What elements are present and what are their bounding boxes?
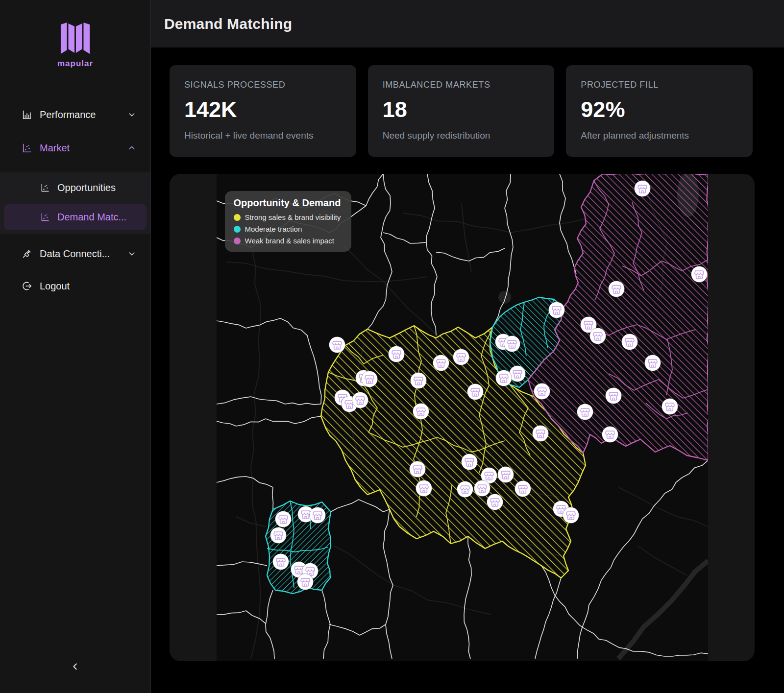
logo-text: mapular <box>0 59 150 69</box>
store-marker[interactable] <box>602 427 618 443</box>
stat-value: 18 <box>383 97 540 122</box>
sidebar-collapse-button[interactable] <box>69 660 82 673</box>
sidebar: mapular Performance Market <box>0 0 151 693</box>
store-marker[interactable] <box>409 461 425 478</box>
stat-subtitle: Need supply redistribution <box>383 130 540 141</box>
terrain-patch <box>498 291 511 304</box>
chevron-left-icon <box>70 661 81 672</box>
store-marker[interactable] <box>467 384 483 400</box>
stat-subtitle: Historical + live demand events <box>184 130 342 141</box>
store-marker[interactable] <box>514 481 531 497</box>
mapular-logo-icon <box>57 23 94 56</box>
stat-card-projected-fill: PROJECTED FILL 92% After planned adjustm… <box>566 65 753 157</box>
store-marker[interactable] <box>563 507 579 524</box>
store-marker[interactable] <box>605 388 621 404</box>
river <box>618 561 708 659</box>
store-marker[interactable] <box>691 266 707 283</box>
legend-dot-magenta <box>234 238 241 244</box>
store-marker[interactable] <box>433 355 449 371</box>
store-marker[interactable] <box>388 346 404 362</box>
chevron-up-icon <box>128 144 136 152</box>
store-marker[interactable] <box>461 454 477 470</box>
sidebar-nav: Performance Market <box>0 103 150 298</box>
store-marker[interactable] <box>608 281 624 297</box>
chevron-down-icon <box>128 250 136 258</box>
store-marker[interactable] <box>410 373 426 389</box>
sidebar-item-label: Data Connecti... <box>40 248 110 260</box>
sidebar-item-market[interactable]: Market <box>0 136 150 160</box>
store-marker[interactable] <box>272 554 289 570</box>
map[interactable]: Opportunity & Demand Strong sales & bran… <box>217 174 708 661</box>
map-card: Opportunity & Demand Strong sales & bran… <box>170 174 755 661</box>
scatter-chart-icon <box>40 212 50 222</box>
map-legend: Opportunity & Demand Strong sales & bran… <box>225 191 352 252</box>
stat-card-signals-processed: SIGNALS PROCESSED 142K Historical + live… <box>170 65 356 157</box>
store-marker[interactable] <box>634 181 650 197</box>
store-marker[interactable] <box>644 355 661 371</box>
logo: mapular <box>0 0 150 69</box>
sidebar-item-label: Performance <box>40 109 96 120</box>
chevron-down-icon <box>128 111 136 119</box>
plug-icon <box>22 248 32 259</box>
store-marker[interactable] <box>416 480 432 497</box>
store-marker[interactable] <box>548 302 564 318</box>
store-marker[interactable] <box>275 511 291 527</box>
sidebar-item-label: Opportunities <box>57 182 116 193</box>
store-marker[interactable] <box>487 494 503 510</box>
main-content: Demand Matching SIGNALS PROCESSED 142K H… <box>151 0 784 693</box>
store-marker[interactable] <box>495 370 512 386</box>
sidebar-item-data-connections[interactable]: Data Connecti... <box>0 242 150 265</box>
logout-icon <box>22 281 32 291</box>
stat-value: 92% <box>581 97 738 122</box>
sidebar-item-demand-matching[interactable]: Demand Matc... <box>4 204 147 230</box>
store-marker[interactable] <box>453 349 469 365</box>
legend-item-moderate: Moderate traction <box>234 225 341 233</box>
store-marker[interactable] <box>577 404 593 420</box>
stat-label: PROJECTED FILL <box>581 80 738 90</box>
store-marker[interactable] <box>621 334 637 350</box>
store-marker[interactable] <box>309 507 325 524</box>
store-marker[interactable] <box>474 480 490 497</box>
bar-chart-icon <box>22 109 32 120</box>
store-marker[interactable] <box>329 337 345 353</box>
stat-value: 142K <box>184 97 342 122</box>
store-marker[interactable] <box>361 371 377 387</box>
store-marker[interactable] <box>352 392 368 408</box>
market-submenu: Opportunities Demand Matc... <box>0 172 150 234</box>
legend-dot-yellow <box>234 214 241 221</box>
page-title: Demand Matching <box>164 16 292 32</box>
store-marker[interactable] <box>270 527 286 544</box>
sidebar-item-label: Demand Matc... <box>57 212 126 223</box>
stat-card-imbalanced-markets: IMBALANCED MARKETS 18 Need supply redist… <box>368 65 555 157</box>
scatter-chart-icon <box>40 183 50 192</box>
store-marker[interactable] <box>457 481 473 498</box>
sidebar-item-performance[interactable]: Performance <box>0 103 150 126</box>
sidebar-item-opportunities[interactable]: Opportunities <box>0 174 150 201</box>
store-marker[interactable] <box>413 404 429 420</box>
sidebar-item-label: Market <box>40 143 70 154</box>
store-marker[interactable] <box>297 574 313 590</box>
stat-label: SIGNALS PROCESSED <box>184 80 342 90</box>
store-marker[interactable] <box>662 399 678 415</box>
legend-dot-cyan <box>234 226 241 233</box>
store-marker[interactable] <box>504 336 520 352</box>
sidebar-item-label: Logout <box>40 281 70 292</box>
stat-label: IMBALANCED MARKETS <box>383 80 540 90</box>
legend-item-strong: Strong sales & brand visibility <box>234 213 341 221</box>
store-marker[interactable] <box>534 383 550 400</box>
stats-row: SIGNALS PROCESSED 142K Historical + live… <box>170 65 753 157</box>
legend-item-weak: Weak brand & sales impact <box>234 237 341 245</box>
store-marker[interactable] <box>532 426 548 442</box>
scatter-chart-icon <box>22 143 32 153</box>
store-marker[interactable] <box>497 467 514 483</box>
sidebar-item-logout[interactable]: Logout <box>0 274 150 298</box>
stat-subtitle: After planned adjustments <box>581 130 738 141</box>
page-header: Demand Matching <box>151 0 784 48</box>
store-marker[interactable] <box>589 328 606 344</box>
legend-title: Opportunity & Demand <box>234 197 341 209</box>
